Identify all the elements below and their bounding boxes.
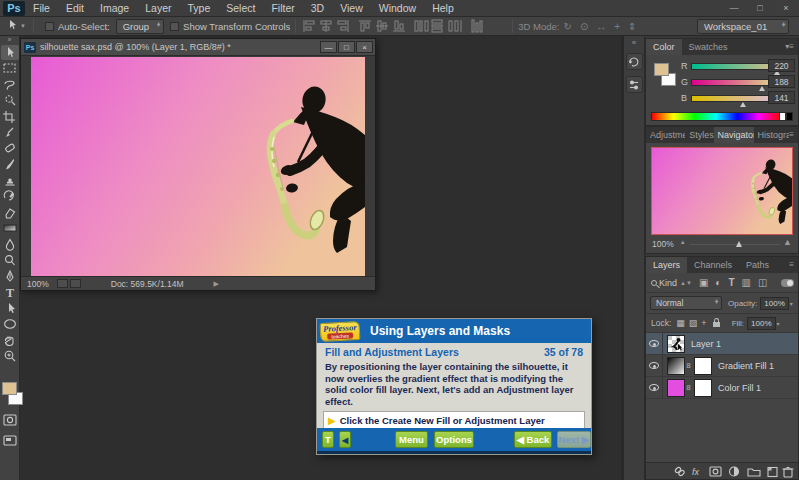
tab-color[interactable]: Color bbox=[646, 39, 682, 55]
layer1-visibility[interactable] bbox=[646, 333, 663, 354]
delete-layer-icon[interactable] bbox=[783, 468, 794, 478]
layer-row-layer1[interactable]: Layer 1 bbox=[646, 333, 798, 355]
blue-slider-thumb[interactable] bbox=[740, 102, 746, 107]
zoom-in-icon[interactable]: ▲ bbox=[783, 237, 792, 247]
new-adjustment-layer-icon[interactable] bbox=[730, 467, 739, 476]
lock-transparency-icon[interactable]: ▦ bbox=[676, 318, 685, 328]
tool-pen[interactable] bbox=[7, 271, 13, 281]
tool-spot-healing[interactable] bbox=[5, 143, 15, 152]
tool-rectangular-marquee[interactable] bbox=[4, 64, 15, 72]
add-layer-mask-icon[interactable] bbox=[710, 467, 721, 476]
tool-gradient[interactable] bbox=[4, 225, 16, 231]
align-distribute-icons[interactable] bbox=[301, 18, 507, 34]
tool-crop[interactable] bbox=[3, 111, 15, 123]
navigator-zoom-value[interactable]: 100% bbox=[652, 239, 674, 249]
menu-select[interactable]: Select bbox=[218, 0, 263, 17]
menu-type[interactable]: Type bbox=[179, 0, 218, 17]
filter-type-layers-icon[interactable]: T bbox=[728, 277, 734, 288]
tab-adjustments[interactable]: Adjustme bbox=[646, 127, 685, 143]
tab-styles[interactable]: Styles bbox=[685, 127, 713, 143]
tool-quick-selection[interactable] bbox=[6, 96, 15, 105]
link-layers-icon[interactable] bbox=[674, 467, 685, 477]
color-fill-thumbnail[interactable] bbox=[667, 379, 685, 397]
tab-channels[interactable]: Channels bbox=[687, 257, 739, 273]
menu-view[interactable]: View bbox=[332, 0, 371, 17]
fill-dropdown-icon[interactable]: ▾ bbox=[777, 320, 780, 327]
navigator-panel-menu-icon[interactable]: ≡ bbox=[789, 127, 798, 143]
auto-select-checkbox[interactable] bbox=[45, 22, 54, 31]
quick-mask-icon[interactable] bbox=[4, 415, 16, 425]
options-button[interactable]: Options bbox=[434, 431, 474, 448]
back-button[interactable]: ◀ Back bbox=[514, 431, 551, 448]
red-value[interactable]: 220 bbox=[768, 59, 795, 72]
menu-filter[interactable]: Filter bbox=[263, 0, 302, 17]
filter-adjustment-layers-icon[interactable]: ◐ bbox=[715, 277, 721, 288]
history-panel-button[interactable] bbox=[626, 53, 643, 70]
color-swatches-control[interactable] bbox=[0, 378, 19, 412]
doc-close-button[interactable]: × bbox=[356, 41, 373, 53]
foreground-color-swatch[interactable] bbox=[2, 382, 17, 395]
screen-mode-icon[interactable] bbox=[4, 436, 16, 445]
toolbar-collapse-icon[interactable]: » bbox=[0, 36, 19, 44]
blend-mode-dropdown[interactable]: Normal bbox=[650, 296, 722, 310]
canvas[interactable] bbox=[31, 57, 365, 279]
color-spectrum-ramp[interactable] bbox=[651, 112, 781, 121]
menu-layer[interactable]: Layer bbox=[137, 0, 179, 17]
status-icon-1[interactable] bbox=[57, 279, 68, 288]
menu-image[interactable]: Image bbox=[92, 0, 137, 17]
tool-dodge[interactable] bbox=[6, 256, 15, 265]
lock-all-icon[interactable] bbox=[713, 322, 720, 327]
document-titlebar[interactable]: Ps silhouette sax.psd @ 100% (Layer 1, R… bbox=[21, 39, 375, 56]
gradient-fill-thumbnail[interactable] bbox=[667, 357, 685, 375]
menu-button[interactable]: Menu bbox=[395, 431, 428, 448]
app-maximize-button[interactable]: □ bbox=[747, 1, 773, 16]
new-group-icon[interactable] bbox=[748, 469, 760, 476]
tool-blur[interactable] bbox=[6, 240, 13, 251]
3d-slide-icon[interactable]: + bbox=[614, 21, 620, 32]
green-value[interactable]: 188 bbox=[768, 75, 795, 88]
spectrum-black-swatch[interactable] bbox=[786, 112, 793, 121]
tool-brush[interactable] bbox=[6, 159, 14, 170]
text-mode-button[interactable]: T bbox=[322, 431, 334, 448]
gradient-fill-mask-thumbnail[interactable] bbox=[694, 357, 712, 375]
blue-value[interactable]: 141 bbox=[768, 91, 795, 104]
zoom-level[interactable]: 100% bbox=[27, 279, 49, 289]
expand-panels-icon[interactable]: « bbox=[624, 38, 644, 47]
filter-kind-dropdown[interactable]: Kind bbox=[659, 278, 677, 288]
lock-position-icon[interactable]: + bbox=[701, 318, 706, 328]
doc-maximize-button[interactable]: □ bbox=[338, 41, 355, 53]
navigator-preview[interactable] bbox=[651, 147, 793, 235]
color-panel-menu-icon[interactable]: ▾≡ bbox=[785, 39, 798, 55]
tool-eraser[interactable] bbox=[6, 209, 15, 218]
tab-layers[interactable]: Layers bbox=[646, 257, 687, 273]
gradient-fill-visibility[interactable] bbox=[646, 355, 663, 376]
layer-row-gradient-fill[interactable]: 8 Gradient Fill 1 bbox=[646, 355, 798, 377]
tool-path-selection[interactable] bbox=[9, 303, 15, 313]
new-layer-icon[interactable] bbox=[768, 468, 777, 477]
app-close-button[interactable]: × bbox=[773, 1, 799, 16]
tab-paths[interactable]: Paths bbox=[739, 257, 776, 273]
filter-smart-objects-icon[interactable]: ◫ bbox=[758, 277, 767, 288]
navigator-slider-thumb[interactable] bbox=[736, 241, 742, 247]
filter-toggle-switch[interactable] bbox=[781, 279, 794, 287]
status-icon-2[interactable] bbox=[70, 279, 81, 288]
3d-roll-icon[interactable]: ⊙ bbox=[580, 21, 588, 32]
layers-panel-menu-icon[interactable]: ≡ bbox=[789, 257, 798, 273]
lock-pixels-icon[interactable]: ▨ bbox=[689, 318, 698, 328]
3d-scale-icon[interactable]: ⇕ bbox=[628, 21, 636, 32]
auto-select-target-dropdown[interactable]: Group bbox=[116, 19, 164, 34]
tool-eyedropper[interactable] bbox=[6, 128, 13, 137]
menu-3d[interactable]: 3D bbox=[303, 0, 332, 17]
tutorial-header[interactable]: Professor teaches Using Layers and Masks bbox=[317, 319, 591, 343]
opacity-dropdown-icon[interactable]: ▾ bbox=[790, 300, 793, 307]
app-minimize-button[interactable]: — bbox=[721, 1, 747, 16]
workspace-dropdown[interactable]: Workspace_01 bbox=[697, 19, 789, 34]
tool-type[interactable]: T bbox=[6, 286, 14, 300]
color-fill-mask-thumbnail[interactable] bbox=[694, 379, 712, 397]
color-fill-visibility[interactable] bbox=[646, 377, 663, 398]
audio-button[interactable]: ◀ bbox=[339, 431, 351, 448]
filter-shape-layers-icon[interactable]: ▥ bbox=[742, 277, 751, 288]
fill-value[interactable]: 100% bbox=[747, 317, 775, 330]
tab-swatches[interactable]: Swatches bbox=[682, 39, 735, 55]
menu-file[interactable]: File bbox=[25, 0, 58, 17]
